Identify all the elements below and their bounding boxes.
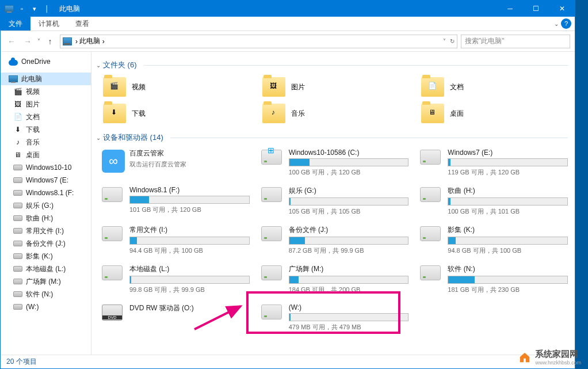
drive-item[interactable]: Windows8.1 (F:) 101 GB 可用，共 120 GB	[102, 186, 250, 216]
tab-computer[interactable]: 计算机	[30, 17, 67, 31]
drive-item[interactable]: 本地磁盘 (L:) 99.8 GB 可用，共 99.9 GB	[102, 264, 250, 294]
tab-view[interactable]: 查看	[67, 17, 97, 31]
folder-icon: 🖥	[421, 104, 444, 123]
group-folders[interactable]: ⌄ 文件夹 (6)	[96, 60, 568, 70]
drive-item[interactable]: 软件 (N:) 181 GB 可用，共 230 GB	[420, 264, 568, 294]
drive-item[interactable]: (W:) 479 MB 可用，共 479 MB	[261, 303, 409, 332]
capacity-text: 94.4 GB 可用，共 100 GB	[129, 246, 250, 255]
drive-icon	[102, 265, 123, 280]
back-button[interactable]: ←	[5, 35, 18, 48]
drive-item[interactable]: 备份文件 (J:) 87.2 GB 可用，共 99.9 GB	[261, 225, 409, 255]
folder-icon: ♪	[262, 104, 285, 123]
sidebar-onedrive[interactable]: OneDrive	[1, 55, 91, 68]
breadcrumb-sep: ›	[102, 37, 105, 45]
drive-item[interactable]: 广场舞 (M:) 184 GB 可用，共 200 GB	[261, 264, 409, 294]
folder-item[interactable]: 🎬视频	[102, 76, 250, 98]
close-button[interactable]: ✕	[549, 1, 575, 17]
capacity-text: 181 GB 可用，共 230 GB	[448, 286, 568, 294]
sidebar-item[interactable]: ♪音乐	[1, 136, 91, 149]
drives-grid: ∞ 百度云管家 双击运行百度云管家 ⊞ Windows10-10586 (C:)…	[102, 149, 568, 332]
file-icon[interactable]: ▫	[17, 3, 27, 14]
drive-name: 影集 (K:)	[448, 225, 568, 235]
sidebar-label: 软件 (N:)	[26, 290, 53, 299]
sidebar-item[interactable]: (W:)	[1, 300, 91, 313]
sidebar-item[interactable]: 🖼图片	[1, 98, 91, 111]
sidebar-item[interactable]: 📄文档	[1, 111, 91, 123]
sidebar-item[interactable]: 歌曲 (H:)	[1, 212, 91, 225]
sidebar-item[interactable]: 🖥桌面	[1, 149, 91, 161]
drive-name: 本地磁盘 (L:)	[129, 264, 250, 274]
sidebar-label: 备份文件 (J:)	[26, 239, 66, 249]
sidebar-item[interactable]: 本地磁盘 (L:)	[1, 263, 91, 275]
ribbon: 文件 计算机 查看 ⌄ ?	[1, 17, 575, 31]
folder-icon: 🎬	[103, 77, 126, 97]
folder-item[interactable]: 🖥桌面	[420, 102, 568, 124]
sidebar-item[interactable]: 影集 (K:)	[1, 250, 91, 263]
drive-item[interactable]: Windows7 (E:) 119 GB 可用，共 120 GB	[420, 149, 568, 177]
capacity-bar	[448, 158, 568, 166]
sidebar-this-pc[interactable]: 此电脑	[1, 73, 91, 85]
house-icon	[518, 351, 532, 364]
sidebar-item[interactable]: 娱乐 (G:)	[1, 199, 91, 212]
sidebar-label: 下载	[26, 125, 40, 135]
sidebar-item[interactable]: 软件 (N:)	[1, 288, 91, 300]
minimize-button[interactable]: ─	[497, 1, 523, 17]
folder-item[interactable]: ♪音乐	[261, 102, 409, 124]
breadcrumb-location[interactable]: 此电脑	[79, 36, 100, 46]
drive-name: 备份文件 (J:)	[289, 225, 409, 235]
group-drives[interactable]: ⌄ 设备和驱动器 (14)	[96, 132, 568, 143]
drive-icon	[420, 150, 441, 165]
sidebar-label: 视频	[26, 87, 40, 97]
sidebar-item[interactable]: 🎬视频	[1, 85, 91, 98]
drive-item[interactable]: ⊞ Windows10-10586 (C:) 100 GB 可用，共 120 G…	[261, 149, 409, 177]
folder-item[interactable]: 🖼图片	[261, 76, 409, 98]
sidebar-item[interactable]: 备份文件 (J:)	[1, 237, 91, 250]
sidebar-label: 桌面	[26, 150, 40, 160]
maximize-button[interactable]: ☐	[523, 1, 549, 17]
refresh-icon[interactable]: ↻	[450, 38, 455, 44]
sidebar-item[interactable]: ⬇下载	[1, 123, 91, 136]
search-input[interactable]: 搜索"此电脑"	[461, 35, 570, 48]
explorer-window: ▫ ▾ │ 此电脑 ─ ☐ ✕ 文件 计算机 查看 ⌄ ? ← → ˅ ↑ › …	[0, 0, 575, 369]
drive-item[interactable]: 歌曲 (H:) 100 GB 可用，共 101 GB	[420, 186, 568, 216]
folder-name: 视频	[132, 82, 146, 92]
history-dropdown-icon[interactable]: ˅	[37, 38, 40, 44]
sidebar-item[interactable]: Windows7 (E:	[1, 174, 91, 187]
folder-item[interactable]: 📄文档	[420, 76, 568, 98]
drive-item[interactable]: 常用文件 (I:) 94.4 GB 可用，共 100 GB	[102, 225, 250, 255]
address-dropdown-icon[interactable]: ˅	[443, 38, 446, 44]
folder-name: 下载	[132, 109, 146, 119]
sidebar-item[interactable]: 广场舞 (M:)	[1, 275, 91, 288]
sidebar-item[interactable]: 常用文件 (I:)	[1, 225, 91, 237]
drive-icon	[13, 226, 22, 235]
baidu-icon: ∞	[102, 150, 125, 173]
folder-item[interactable]: ⬇下载	[102, 102, 250, 124]
location-pc-icon	[63, 37, 72, 45]
drive-item[interactable]: 娱乐 (G:) 105 GB 可用，共 105 GB	[261, 186, 409, 216]
drive-item[interactable]: ∞ 百度云管家 双击运行百度云管家	[102, 149, 250, 177]
sidebar-item[interactable]: Windows10-10	[1, 161, 91, 174]
sidebar-label: Windows8.1 (F:	[26, 189, 74, 197]
ribbon-expand-icon[interactable]: ⌄	[554, 21, 559, 27]
capacity-text: 119 GB 可用，共 120 GB	[448, 168, 568, 177]
drive-item[interactable]: 影集 (K:) 94.8 GB 可用，共 100 GB	[420, 225, 568, 255]
capacity-bar	[448, 276, 568, 284]
qat-dropdown-icon[interactable]: ▾	[29, 3, 40, 14]
capacity-text: 87.2 GB 可用，共 99.9 GB	[289, 246, 409, 255]
window-title: 此电脑	[59, 4, 80, 14]
drive-icon	[13, 252, 22, 261]
capacity-bar	[129, 196, 250, 204]
group-title: 设备和驱动器 (14)	[103, 132, 163, 143]
up-button[interactable]: ↑	[44, 35, 56, 48]
drive-item[interactable]: DVD RW 驱动器 (O:)	[102, 303, 250, 332]
tab-file[interactable]: 文件	[1, 17, 30, 31]
sidebar-item[interactable]: Windows8.1 (F:	[1, 187, 91, 199]
help-icon[interactable]: ?	[561, 18, 571, 29]
sidebar-label: 娱乐 (G:)	[26, 201, 54, 211]
drive-icon	[13, 201, 22, 210]
address-bar[interactable]: › 此电脑 › ˅ ↻	[60, 35, 457, 48]
content-area[interactable]: ⌄ 文件夹 (6) 🎬视频🖼图片📄文档⬇下载♪音乐🖥桌面 ⌄ 设备和驱动器 (1…	[91, 52, 575, 355]
drive-name: Windows10-10586 (C:)	[289, 149, 409, 157]
forward-button[interactable]: →	[21, 35, 34, 48]
navigation-tree[interactable]: OneDrive 此电脑 🎬视频🖼图片📄文档⬇下载♪音乐🖥桌面Windows10…	[1, 52, 91, 355]
